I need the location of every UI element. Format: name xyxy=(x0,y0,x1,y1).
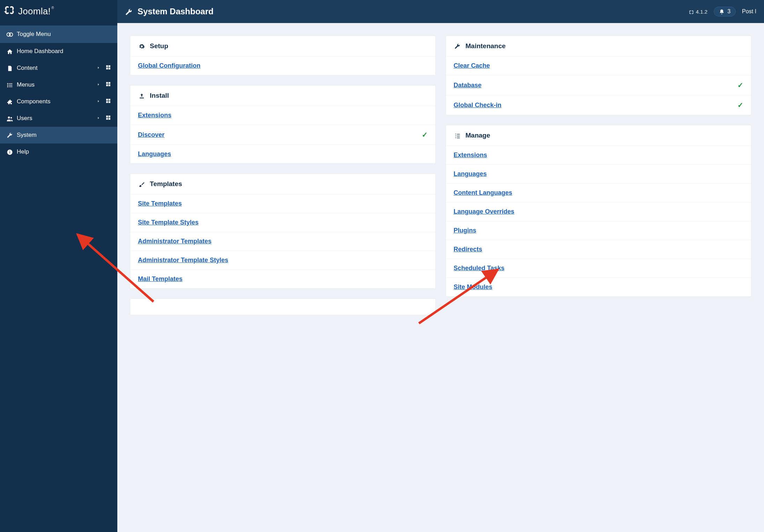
panel-title: Templates xyxy=(150,180,182,188)
sidebar-item-system[interactable]: System xyxy=(0,127,117,143)
users-icon xyxy=(5,114,15,122)
wrench-icon xyxy=(454,43,461,50)
svg-point-20 xyxy=(8,116,10,118)
svg-rect-17 xyxy=(109,99,110,101)
post-install-link[interactable]: Post I xyxy=(742,8,756,15)
svg-rect-19 xyxy=(109,101,110,103)
check-icon: ✓ xyxy=(737,81,743,89)
sidebar-item-help[interactable]: Help xyxy=(0,143,117,160)
link-site-modules[interactable]: Site Modules xyxy=(454,283,492,291)
svg-rect-24 xyxy=(106,118,108,119)
link-plugins[interactable]: Plugins xyxy=(454,227,476,234)
svg-rect-3 xyxy=(109,65,110,67)
chevron-right-icon[interactable] xyxy=(94,98,103,105)
chevron-right-icon[interactable] xyxy=(94,81,103,88)
list-check-icon xyxy=(454,132,461,139)
sidebar-item-components[interactable]: Components xyxy=(0,93,117,110)
notifications-count: 3 xyxy=(727,8,730,15)
bell-icon xyxy=(719,8,725,15)
page-title: System Dashboard xyxy=(125,7,213,16)
panel-manage: Manage Extensions Languages Content Lang… xyxy=(446,125,751,297)
sidebar-item-label: Menus xyxy=(15,81,94,88)
dashboard-grid-icon[interactable] xyxy=(103,81,113,89)
dashboard-grid-icon[interactable] xyxy=(103,65,113,72)
page-title-text: System Dashboard xyxy=(138,7,213,16)
sidebar-item-menus[interactable]: Menus xyxy=(0,76,117,93)
link-install-extensions[interactable]: Extensions xyxy=(138,112,171,119)
panel-maintenance: Maintenance Clear Cache Database ✓ Globa… xyxy=(446,36,751,115)
cog-icon xyxy=(138,43,146,50)
svg-rect-11 xyxy=(9,87,13,87)
toggle-menu[interactable]: Toggle Menu xyxy=(0,25,117,43)
panel-extra-empty xyxy=(130,298,436,315)
joomla-small-icon xyxy=(689,8,694,14)
panel-install: Install Extensions Discover ✓ Languages xyxy=(130,85,436,164)
joomla-logo-icon xyxy=(4,5,15,18)
link-admin-template-styles[interactable]: Administrator Template Styles xyxy=(138,257,228,264)
version-text: 4.1.2 xyxy=(696,9,707,15)
dashboard-grid-icon[interactable] xyxy=(103,115,113,122)
sidebar-item-label: System xyxy=(15,132,113,139)
sidebar: Joomla!® Toggle Menu Home Dashboard xyxy=(0,0,117,532)
link-scheduled-tasks[interactable]: Scheduled Tasks xyxy=(454,265,505,272)
svg-rect-16 xyxy=(106,99,108,101)
link-admin-templates[interactable]: Administrator Templates xyxy=(138,238,212,245)
link-discover[interactable]: Discover xyxy=(138,131,164,139)
svg-rect-13 xyxy=(109,82,110,84)
svg-rect-18 xyxy=(106,101,108,103)
upload-icon xyxy=(138,92,146,99)
link-manage-extensions[interactable]: Extensions xyxy=(454,152,487,159)
svg-rect-9 xyxy=(9,85,13,86)
link-site-template-styles[interactable]: Site Template Styles xyxy=(138,219,199,226)
check-icon: ✓ xyxy=(422,131,428,139)
dashboard-column-1: Setup Global Configuration Install xyxy=(130,36,436,315)
link-language-overrides[interactable]: Language Overrides xyxy=(454,208,514,215)
link-content-languages[interactable]: Content Languages xyxy=(454,189,512,197)
link-mail-templates[interactable]: Mail Templates xyxy=(138,275,183,283)
svg-rect-23 xyxy=(109,116,110,117)
panel-title: Install xyxy=(150,92,169,99)
svg-rect-7 xyxy=(9,83,13,84)
file-icon xyxy=(5,65,15,72)
main: System Dashboard 4.1.2 3 Post I xyxy=(117,0,764,532)
list-icon xyxy=(5,81,15,89)
sidebar-nav: Toggle Menu Home Dashboard Content xyxy=(0,25,117,160)
home-icon xyxy=(5,48,15,55)
sidebar-item-content[interactable]: Content xyxy=(0,60,117,76)
link-global-configuration[interactable]: Global Configuration xyxy=(138,62,200,69)
svg-rect-27 xyxy=(9,152,10,153)
svg-point-28 xyxy=(9,150,10,151)
link-global-checkin[interactable]: Global Check-in xyxy=(454,102,501,109)
brush-icon xyxy=(138,180,146,188)
link-clear-cache[interactable]: Clear Cache xyxy=(454,62,490,69)
sidebar-item-users[interactable]: Users xyxy=(0,110,117,127)
link-redirects[interactable]: Redirects xyxy=(454,246,482,253)
svg-point-6 xyxy=(7,83,8,84)
svg-point-21 xyxy=(10,117,12,118)
dashboard-column-2: Maintenance Clear Cache Database ✓ Globa… xyxy=(446,36,751,297)
panel-title: Manage xyxy=(465,132,490,139)
sidebar-item-label: Help xyxy=(15,148,113,155)
topbar: System Dashboard 4.1.2 3 Post I xyxy=(117,0,764,23)
link-database[interactable]: Database xyxy=(454,82,482,89)
link-site-templates[interactable]: Site Templates xyxy=(138,200,182,207)
brand[interactable]: Joomla!® xyxy=(0,0,117,25)
svg-rect-14 xyxy=(106,84,108,86)
puzzle-icon xyxy=(5,98,15,105)
sidebar-item-home-dashboard[interactable]: Home Dashboard xyxy=(0,43,117,60)
toggle-icon xyxy=(5,30,15,38)
link-install-languages[interactable]: Languages xyxy=(138,150,171,158)
chevron-right-icon[interactable] xyxy=(94,115,103,122)
version-chip[interactable]: 4.1.2 xyxy=(689,8,707,14)
svg-rect-15 xyxy=(109,84,110,86)
content: Setup Global Configuration Install xyxy=(117,23,764,532)
sidebar-item-label: Home Dashboard xyxy=(15,48,113,55)
chevron-right-icon[interactable] xyxy=(94,65,103,72)
wrench-icon xyxy=(125,7,133,16)
link-manage-languages[interactable]: Languages xyxy=(454,170,487,178)
panel-templates: Templates Site Templates Site Template S… xyxy=(130,173,436,289)
dashboard-grid-icon[interactable] xyxy=(103,98,113,105)
notifications-chip[interactable]: 3 xyxy=(714,7,736,16)
svg-rect-4 xyxy=(106,67,108,69)
svg-rect-12 xyxy=(106,82,108,84)
